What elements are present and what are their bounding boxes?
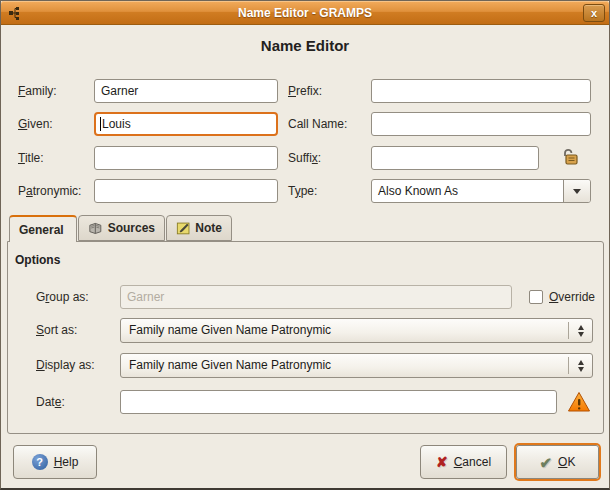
call-name-label: Call Name: [288, 112, 347, 136]
title-label: Title: [18, 146, 44, 170]
help-icon: ? [32, 454, 48, 470]
display-as-value: Family name Given Name Patronymic [121, 354, 568, 377]
display-as-label: Display as: [36, 353, 95, 377]
ok-check-icon: ✔ [540, 455, 553, 470]
tab-general-label: General [19, 223, 64, 237]
name-editor-dialog: Name Editor - GRAMPS x Name Editor Famil… [0, 0, 610, 490]
type-dropdown-button[interactable] [563, 180, 590, 202]
options-section-title: Options [15, 253, 60, 267]
cancel-x-icon: ✘ [436, 455, 448, 469]
chevron-down-icon [573, 189, 581, 194]
given-label: Given: [18, 112, 53, 136]
given-field[interactable] [94, 112, 278, 136]
prefix-label: Prefix: [288, 79, 322, 103]
cancel-button-label: Cancel [454, 455, 491, 469]
sort-as-spinner[interactable] [568, 322, 592, 339]
page-title: Name Editor [1, 37, 609, 54]
override-label: Override [549, 285, 595, 309]
suffix-field[interactable] [371, 146, 539, 170]
close-icon[interactable]: x [583, 4, 605, 22]
group-as-label: Group as: [36, 285, 89, 309]
call-name-field[interactable] [371, 112, 591, 136]
sort-as-value: Family name Given Name Patronymic [121, 319, 568, 342]
sort-as-dropdown[interactable]: Family name Given Name Patronymic [120, 318, 593, 343]
type-dropdown-value: Also Known As [372, 180, 563, 202]
note-icon [176, 220, 190, 236]
group-as-field [120, 285, 512, 309]
date-field[interactable] [120, 390, 557, 414]
open-padlock-icon[interactable] [559, 147, 579, 167]
tab-general[interactable]: General [9, 215, 77, 242]
patronymic-label: Patronymic: [18, 179, 81, 203]
tab-sources[interactable]: Sources [78, 215, 165, 241]
family-label: Family: [18, 79, 57, 103]
titlebar[interactable]: Name Editor - GRAMPS x [1, 1, 609, 25]
sort-as-label: Sort as: [36, 318, 77, 342]
family-field[interactable] [94, 79, 278, 103]
suffix-label: Suffix: [288, 146, 321, 170]
prefix-field[interactable] [371, 79, 591, 103]
help-button-label: Help [54, 455, 79, 469]
help-button[interactable]: ? Help [13, 445, 97, 479]
type-label: Type: [288, 179, 317, 203]
ok-button-label: OK [558, 455, 575, 469]
date-label: Date: [36, 390, 65, 414]
arrow-up-icon [578, 360, 584, 365]
display-as-dropdown[interactable]: Family name Given Name Patronymic [120, 353, 593, 378]
tab-note-label: Note [195, 221, 222, 235]
patronymic-field[interactable] [94, 179, 278, 203]
cancel-button[interactable]: ✘ Cancel [420, 445, 507, 479]
tab-sources-label: Sources [108, 221, 155, 235]
arrow-down-icon [578, 332, 584, 337]
override-checkbox[interactable] [529, 290, 543, 304]
title-field[interactable] [94, 146, 278, 170]
arrow-down-icon [578, 367, 584, 372]
tab-note[interactable]: Note [166, 215, 232, 241]
type-dropdown[interactable]: Also Known As [371, 179, 591, 203]
window-title: Name Editor - GRAMPS [1, 6, 609, 20]
sources-book-icon [88, 220, 103, 236]
arrow-up-icon [578, 325, 584, 330]
warning-triangle-icon [567, 391, 591, 413]
ok-button[interactable]: ✔ OK [516, 445, 599, 479]
display-as-spinner[interactable] [568, 357, 592, 374]
